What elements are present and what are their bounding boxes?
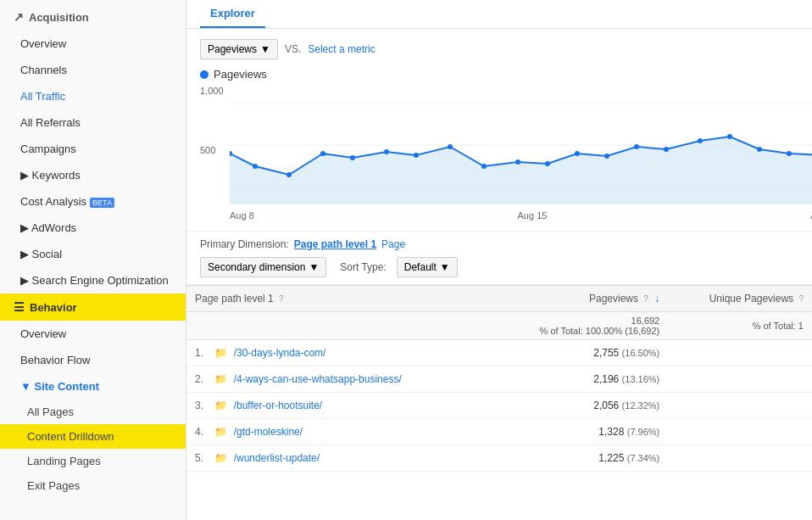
row5-path-link[interactable]: /wunderlist-update/	[234, 452, 320, 464]
x-axis: Aug 8 Aug 15 Aug 22	[230, 210, 812, 221]
adwords-label: ▶ AdWords	[20, 221, 76, 234]
row3-folder-icon: 📁	[214, 400, 227, 411]
legend-dot-icon	[200, 70, 209, 79]
select-metric-link[interactable]: Select a metric	[308, 43, 375, 55]
svg-point-20	[727, 134, 732, 139]
tab-bar: Explorer	[186, 0, 812, 29]
row3-path-link[interactable]: /buffer-or-hootsuite/	[234, 400, 323, 411]
row1-num: 1.	[195, 347, 212, 359]
svg-point-15	[575, 151, 580, 156]
data-table: Page path level 1 ? Pageviews ? ↓ Unique…	[186, 285, 812, 472]
table-total-row: 16,692 % of Total: 100.00% (16,692) % of…	[186, 312, 812, 340]
row4-pageviews: 1,328	[598, 426, 624, 438]
sidebar-item-social[interactable]: ▶ Social	[0, 241, 186, 267]
row1-pct: (16.50%)	[622, 348, 660, 358]
col-unique-pageviews-label: Unique Pageviews	[709, 293, 793, 305]
pageviews-dropdown[interactable]: Pageviews ▼	[200, 39, 278, 59]
row5-num: 5.	[195, 452, 212, 464]
acquisition-section[interactable]: ↗ Acquisition	[0, 3, 186, 31]
sidebar-item-exit-pages[interactable]: Exit Pages	[0, 473, 186, 498]
exit-pages-label: Exit Pages	[27, 479, 80, 492]
x-label-aug8: Aug 8	[230, 210, 254, 221]
col-pageviews: Pageviews ? ↓	[531, 286, 668, 312]
sidebar-item-landing-pages[interactable]: Landing Pages	[0, 449, 186, 473]
legend-label: Pageviews	[214, 68, 267, 81]
sidebar-item-seo[interactable]: ▶ Search Engine Optimization	[0, 267, 186, 294]
sidebar-item-all-referrals[interactable]: All Referrals	[0, 109, 186, 136]
y-axis-1000: 1,000	[200, 86, 224, 96]
sidebar-item-cost-analysis[interactable]: Cost AnalysisBETA	[0, 188, 186, 215]
row1-pageviews-cell: 2,755 (16.50%)	[531, 340, 668, 366]
secondary-dimension-dropdown[interactable]: Secondary dimension ▼	[200, 257, 326, 277]
svg-point-8	[350, 155, 355, 160]
row2-path-link[interactable]: /4-ways-can-use-whatsapp-business/	[234, 373, 402, 385]
svg-point-17	[634, 144, 639, 149]
behavior-section[interactable]: ☰ Behavior	[0, 294, 186, 321]
dimension-section: Primary Dimension: Page path level 1 Pag…	[186, 231, 812, 285]
tab-explorer[interactable]: Explorer	[200, 0, 265, 28]
row4-path-link[interactable]: /gtd-moleskine/	[234, 426, 303, 438]
row2-pageviews-cell: 2,196 (13.16%)	[531, 366, 668, 393]
sidebar-item-site-content[interactable]: ▼ Site Content	[0, 373, 186, 400]
behavior-icon: ☰	[14, 300, 25, 314]
row2-pageviews: 2,196	[593, 373, 619, 385]
sidebar-item-channels[interactable]: Channels	[0, 57, 186, 83]
row3-path-cell: 3. 📁 /buffer-or-hootsuite/	[186, 393, 531, 419]
sidebar: ↗ Acquisition Overview Channels All Traf…	[0, 0, 186, 520]
row1-path-cell: 1. 📁 /30-days-lynda-com/	[186, 340, 531, 366]
chart-legend: Pageviews	[200, 68, 798, 81]
svg-point-12	[481, 164, 487, 169]
all-pages-label: All Pages	[27, 405, 74, 418]
row4-pageviews-cell: 1,328 (7.96%)	[531, 419, 668, 445]
row2-folder-icon: 📁	[214, 373, 227, 385]
secondary-dropdown-arrow-icon: ▼	[309, 261, 319, 273]
sidebar-item-behavior-flow[interactable]: Behavior Flow	[0, 347, 186, 373]
landing-pages-label: Landing Pages	[27, 455, 101, 467]
svg-point-13	[515, 159, 520, 165]
col2-help-icon[interactable]: ?	[643, 294, 648, 304]
table-area: Page path level 1 ? Pageviews ? ↓ Unique…	[186, 285, 812, 472]
row3-unique-cell	[668, 393, 812, 419]
sidebar-item-keywords[interactable]: ▶ Keywords	[0, 162, 186, 188]
row3-pageviews: 2,056	[593, 400, 619, 411]
svg-point-19	[698, 138, 703, 143]
page-link[interactable]: Page	[381, 238, 405, 250]
svg-point-5	[253, 164, 258, 169]
y-axis-500: 500	[200, 145, 215, 155]
total-unique-pct: % of Total: 1	[676, 321, 804, 331]
content-drilldown-label: Content Drilldown	[27, 430, 114, 443]
col3-help-icon[interactable]: ?	[798, 294, 804, 304]
pageviews-dropdown-label: Pageviews	[208, 43, 257, 55]
sidebar-item-campaigns[interactable]: Campaigns	[0, 136, 186, 162]
beh-overview-label: Overview	[20, 327, 66, 340]
svg-point-22	[787, 151, 792, 156]
row3-pct: (12.32%)	[622, 400, 660, 411]
sidebar-item-content-drilldown[interactable]: Content Drilldown	[0, 424, 186, 449]
all-traffic-label: All Traffic	[20, 90, 65, 103]
sidebar-item-all-pages[interactable]: All Pages	[0, 400, 186, 424]
sort-type-label: Sort Type:	[340, 261, 386, 273]
svg-point-14	[545, 161, 550, 166]
social-label: ▶ Social	[20, 248, 62, 260]
main-content: Explorer Pageviews ▼ VS. Select a metric…	[186, 0, 812, 520]
secondary-dimension-row: Secondary dimension ▼ Sort Type: Default…	[200, 257, 798, 277]
sidebar-item-overview[interactable]: Overview	[0, 31, 186, 57]
sidebar-item-behavior-overview[interactable]: Overview	[0, 321, 186, 347]
table-row: 1. 📁 /30-days-lynda-com/ 2,755 (16.50%)	[186, 340, 812, 366]
row4-path-cell: 4. 📁 /gtd-moleskine/	[186, 419, 531, 445]
page-path-level-link[interactable]: Page path level 1	[294, 238, 376, 250]
row3-num: 3.	[195, 400, 212, 411]
chart-svg	[230, 86, 812, 209]
row3-pct-val: 12.32%	[625, 400, 656, 411]
row1-path-link[interactable]: /30-days-lynda-com/	[234, 347, 326, 359]
total-empty-cell	[186, 312, 531, 340]
svg-point-6	[286, 172, 292, 177]
col1-help-icon[interactable]: ?	[279, 294, 284, 304]
sidebar-item-all-traffic[interactable]: All Traffic	[0, 83, 186, 109]
col-page-path: Page path level 1 ?	[186, 286, 531, 312]
sidebar-item-adwords[interactable]: ▶ AdWords	[0, 215, 186, 241]
total-pageviews-cell: 16,692 % of Total: 100.00% (16,692)	[531, 312, 668, 340]
svg-point-11	[448, 144, 453, 149]
total-unique-cell: % of Total: 1	[668, 312, 812, 340]
sort-type-dropdown[interactable]: Default ▼	[397, 257, 458, 277]
